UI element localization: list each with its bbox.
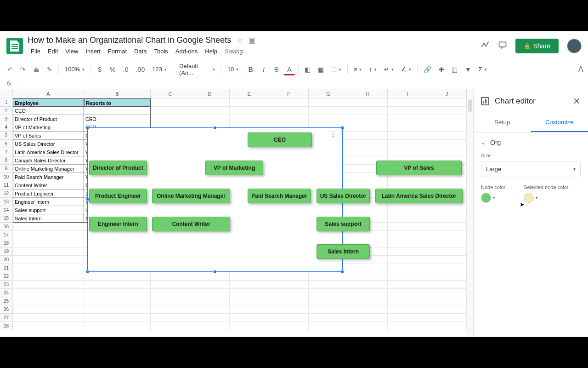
cell[interactable] (190, 314, 230, 322)
cell[interactable] (309, 322, 348, 330)
valign-icon[interactable]: ↕ (366, 64, 379, 75)
cell[interactable] (388, 231, 427, 239)
cell[interactable]: CEO (84, 115, 151, 123)
cell[interactable] (427, 256, 467, 264)
tab-setup[interactable]: Setup (474, 113, 531, 132)
comment-icon[interactable] (498, 40, 507, 52)
font-size-select[interactable]: 10 (225, 64, 238, 75)
cell[interactable] (190, 98, 230, 107)
currency-icon[interactable]: $ (94, 63, 105, 75)
cell[interactable] (269, 281, 309, 289)
row-header[interactable]: 16 (0, 223, 13, 231)
italic-icon[interactable]: I (258, 63, 269, 75)
cell[interactable]: Employee (13, 98, 84, 107)
cell[interactable] (13, 322, 84, 330)
cell[interactable] (269, 272, 309, 281)
cell[interactable] (309, 107, 348, 115)
cell[interactable] (388, 281, 427, 289)
cell[interactable] (348, 115, 388, 123)
cell[interactable] (269, 107, 309, 115)
cell[interactable] (427, 264, 467, 272)
cell[interactable] (269, 322, 309, 330)
cell[interactable] (388, 314, 427, 322)
cell[interactable] (84, 107, 151, 115)
cell[interactable]: CEO (13, 107, 84, 115)
formula-bar[interactable]: fx (0, 78, 588, 89)
row-header[interactable]: 24 (0, 289, 13, 297)
cell[interactable] (388, 239, 427, 247)
cell[interactable] (84, 289, 151, 297)
cell[interactable] (13, 314, 84, 322)
menu-tools[interactable]: Tools (151, 46, 171, 57)
row-header[interactable]: 13 (0, 198, 13, 206)
cell[interactable] (309, 314, 348, 322)
row-header[interactable]: 25 (0, 297, 13, 305)
org-node[interactable]: CEO (248, 132, 312, 147)
font-select[interactable]: Default (Ari... (176, 61, 218, 78)
menu-edit[interactable]: Edit (45, 46, 61, 57)
cell[interactable] (13, 231, 84, 239)
functions-icon[interactable]: Σ (476, 64, 490, 75)
strike-icon[interactable]: S (271, 63, 282, 75)
cell[interactable] (427, 305, 467, 314)
row-header[interactable]: 15 (0, 214, 13, 223)
row-header[interactable]: 21 (0, 264, 13, 272)
cell[interactable] (427, 115, 467, 123)
doc-title[interactable]: How to Make an Organizational Chart in G… (28, 35, 231, 45)
cell[interactable] (427, 214, 467, 223)
size-select[interactable]: Large (481, 161, 581, 177)
col-header[interactable]: A (13, 89, 84, 98)
cell[interactable] (427, 107, 467, 115)
chart-menu-icon[interactable]: ⋮ (329, 132, 337, 136)
cell[interactable] (230, 281, 269, 289)
cell[interactable] (84, 305, 151, 314)
fill-color-icon[interactable]: ◧ (302, 63, 313, 75)
cell[interactable] (309, 305, 348, 314)
cell[interactable] (427, 123, 467, 132)
row-header[interactable]: 12 (0, 190, 13, 198)
dec-decrease-icon[interactable]: .0 (120, 63, 131, 75)
cell[interactable] (309, 289, 348, 297)
spreadsheet-grid[interactable]: ABCDEFGHIJ 1EmployeeReports to2CEO3Direc… (0, 89, 473, 337)
resize-handle[interactable] (86, 126, 89, 129)
cell[interactable]: Content Writer (13, 181, 84, 190)
col-header[interactable]: J (427, 89, 467, 98)
sheets-logo-icon[interactable] (6, 38, 23, 54)
cell[interactable] (427, 239, 467, 247)
select-all-corner[interactable] (0, 89, 13, 98)
cell[interactable]: Online Marketing Manager (13, 165, 84, 173)
cell[interactable] (348, 206, 388, 214)
cell[interactable] (388, 272, 427, 281)
cell[interactable] (13, 281, 84, 289)
cell[interactable] (309, 297, 348, 305)
row-header[interactable]: 18 (0, 239, 13, 247)
cell[interactable] (230, 305, 269, 314)
cell[interactable] (348, 123, 388, 132)
comment-insert-icon[interactable]: ✚ (436, 63, 447, 75)
cell[interactable] (427, 206, 467, 214)
cell[interactable] (151, 305, 190, 314)
row-header[interactable]: 17 (0, 231, 13, 239)
cell[interactable] (427, 231, 467, 239)
cell[interactable] (230, 289, 269, 297)
cell[interactable] (348, 297, 388, 305)
close-icon[interactable]: ✕ (573, 96, 581, 107)
row-header[interactable]: 1 (0, 98, 13, 107)
cell[interactable] (13, 247, 84, 256)
cell[interactable] (348, 98, 388, 107)
cell[interactable] (230, 272, 269, 281)
cell[interactable] (388, 140, 427, 148)
org-node[interactable]: Online Marketing Manager (152, 189, 230, 203)
cell[interactable] (230, 107, 269, 115)
row-header[interactable]: 22 (0, 272, 13, 281)
cell[interactable] (230, 115, 269, 123)
cell[interactable] (427, 289, 467, 297)
cell[interactable] (84, 272, 151, 281)
cell[interactable] (309, 272, 348, 281)
cell[interactable] (427, 132, 467, 140)
cell[interactable]: Sales support (13, 206, 84, 214)
activity-icon[interactable] (481, 40, 490, 52)
org-node[interactable]: Engineer Intern (89, 217, 147, 231)
cell[interactable] (348, 148, 388, 156)
col-header[interactable]: E (230, 89, 269, 98)
